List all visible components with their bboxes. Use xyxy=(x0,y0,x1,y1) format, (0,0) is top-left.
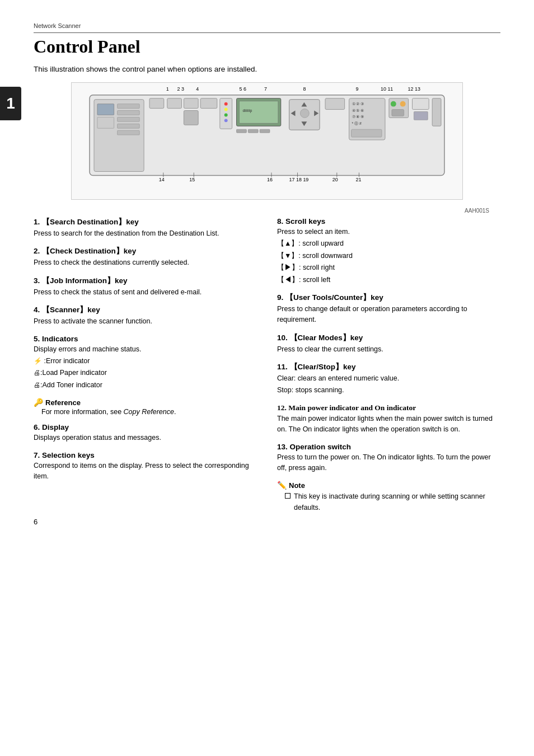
svg-rect-18 xyxy=(149,98,164,109)
svg-rect-12 xyxy=(118,104,140,109)
svg-rect-33 xyxy=(260,129,270,133)
control-panel-diagram: 1 2 3 4 5 6 7 8 9 10 11 12 13 xyxy=(71,82,463,200)
svg-point-27 xyxy=(224,119,228,122)
svg-text:2 3: 2 3 xyxy=(177,86,184,92)
svg-rect-46 xyxy=(352,129,382,137)
svg-text:17 18 19: 17 18 19 xyxy=(289,177,309,182)
svg-text:12 13: 12 13 xyxy=(408,86,420,92)
section-11-body: Clear: clears an entered numeric value. … xyxy=(277,373,500,396)
svg-text:5 6: 5 6 xyxy=(239,86,246,92)
section-reference: 🔑 Reference For more information, see Co… xyxy=(34,398,257,417)
svg-text:16: 16 xyxy=(267,177,273,182)
diagram-svg: 1 2 3 4 5 6 7 8 9 10 11 12 13 xyxy=(72,83,462,199)
section-user-tools: 9. 【User Tools/Counter】key Press to chan… xyxy=(277,293,500,326)
section-display: 6. Display Displays operation status and… xyxy=(34,423,257,443)
svg-text:15: 15 xyxy=(189,177,195,182)
section-clear-modes: 10. 【Clear Modes】key Press to clear the … xyxy=(277,333,500,355)
section-scanner: 4. 【Scanner】key Press to activate the sc… xyxy=(34,305,257,327)
section-13-title: 13. Operation switch xyxy=(277,443,500,451)
svg-rect-16 xyxy=(118,130,140,135)
section-9-title: 9. 【User Tools/Counter】key xyxy=(277,293,500,303)
section-12-body: The main power indicator lights when the… xyxy=(277,414,500,435)
svg-point-26 xyxy=(224,113,228,116)
section-13-body: Press to turn the power on. The On indic… xyxy=(277,452,500,474)
intro-text: This illustration shows the control pane… xyxy=(34,65,500,73)
svg-text:9: 9 xyxy=(355,86,358,92)
svg-text:20: 20 xyxy=(332,177,338,182)
svg-rect-50 xyxy=(392,110,404,116)
section-8-title: 8. Scroll keys xyxy=(277,217,500,226)
right-column: 8. Scroll keys Press to select an item. … xyxy=(277,217,500,520)
section-2-title: 2. 【Check Destination】key xyxy=(34,246,257,256)
svg-rect-11 xyxy=(97,104,114,115)
section-10-title: 10. 【Clear Modes】key xyxy=(277,333,500,343)
svg-point-48 xyxy=(391,101,396,107)
section-9-body: Press to change default or operation par… xyxy=(277,304,500,326)
reference-header: 🔑 Reference xyxy=(34,398,257,407)
svg-rect-13 xyxy=(118,111,140,115)
svg-text:21: 21 xyxy=(355,177,361,182)
svg-rect-21 xyxy=(200,98,217,109)
section-7-body: Correspond to items on the display. Pres… xyxy=(34,461,257,482)
diagram-label: AAH001S xyxy=(34,208,489,214)
page-number: 6 xyxy=(34,518,38,526)
section-5-body: Display errors and machine status. ⚡ :Er… xyxy=(34,344,257,391)
section-7-title: 7. Selection keys xyxy=(34,451,257,459)
two-column-layout: 1. 【Search Destination】key Press to sear… xyxy=(34,217,500,520)
note-header: ✏️ Note xyxy=(277,481,500,490)
svg-text:7: 7 xyxy=(264,86,267,92)
section-selection-keys: 7. Selection keys Correspond to items on… xyxy=(34,451,257,482)
svg-rect-32 xyxy=(248,129,258,133)
svg-rect-19 xyxy=(167,98,182,109)
section-4-body: Press to activate the scanner function. xyxy=(34,316,257,327)
svg-text:* ⓪ #: * ⓪ # xyxy=(352,121,362,125)
svg-rect-17 xyxy=(97,117,114,128)
chapter-tab: 1 xyxy=(0,87,21,120)
section-indicators: 5. Indicators Display errors and machine… xyxy=(34,335,257,391)
svg-rect-14 xyxy=(118,117,140,121)
svg-text:14: 14 xyxy=(159,177,165,182)
section-8-body: Press to select an item. 【▲】: scroll upw… xyxy=(277,227,500,285)
svg-rect-40 xyxy=(325,98,345,110)
svg-text:⑦ ⑧ ⑨: ⑦ ⑧ ⑨ xyxy=(352,115,364,119)
section-10-body: Press to clear the current settings. xyxy=(277,344,500,355)
diagram-box: 1 2 3 4 5 6 7 8 9 10 11 12 13 xyxy=(34,82,500,200)
section-2-body: Press to check the destinations currentl… xyxy=(34,257,257,268)
note-item: This key is inactivate during scanning o… xyxy=(285,491,500,513)
section-search-destination: 1. 【Search Destination】key Press to sear… xyxy=(34,217,257,239)
section-3-title: 3. 【Job Information】key xyxy=(34,276,257,286)
section-6-title: 6. Display xyxy=(34,423,257,431)
svg-rect-51 xyxy=(413,98,429,110)
svg-text:④ ⑤ ⑥: ④ ⑤ ⑥ xyxy=(352,109,364,112)
section-11-title: 11. 【Clear/Stop】key xyxy=(277,362,500,372)
svg-text:4: 4 xyxy=(196,86,199,92)
section-note: ✏️ Note This key is inactivate during sc… xyxy=(277,481,500,513)
section-check-destination: 2. 【Check Destination】key Press to check… xyxy=(34,246,257,268)
section-6-body: Displays operation status and messages. xyxy=(34,433,257,443)
svg-rect-15 xyxy=(118,124,140,128)
svg-rect-31 xyxy=(237,129,247,133)
svg-text:8: 8 xyxy=(303,86,306,92)
svg-text:diiiiiip: diiiiiip xyxy=(242,109,252,113)
breadcrumb: Network Scanner xyxy=(34,22,500,33)
section-clear-stop: 11. 【Clear/Stop】key Clear: clears an ent… xyxy=(277,362,500,396)
svg-point-25 xyxy=(224,108,228,111)
svg-text:① ② ③: ① ② ③ xyxy=(352,102,364,106)
section-job-information: 3. 【Job Information】key Press to check t… xyxy=(34,276,257,298)
section-1-body: Press to search for the destination from… xyxy=(34,228,257,239)
svg-point-24 xyxy=(224,102,228,106)
svg-point-49 xyxy=(400,101,406,107)
svg-text:1: 1 xyxy=(166,86,169,92)
reference-body: For more information, see Copy Reference… xyxy=(41,407,257,417)
page-wrapper: 1 Network Scanner Control Panel This ill… xyxy=(0,0,534,543)
key-icon: 🔑 xyxy=(34,398,43,407)
svg-rect-22 xyxy=(184,111,198,125)
section-5-title: 5. Indicators xyxy=(34,335,257,343)
svg-rect-53 xyxy=(414,112,428,120)
note-bullet xyxy=(285,493,291,499)
section-1-title: 1. 【Search Destination】key xyxy=(34,217,257,227)
section-4-title: 4. 【Scanner】key xyxy=(34,305,257,315)
svg-point-39 xyxy=(300,109,309,118)
section-12-title: 12. Main power indicator and On indicato… xyxy=(277,403,500,412)
section-operation-switch: 13. Operation switch Press to turn the p… xyxy=(277,443,500,474)
